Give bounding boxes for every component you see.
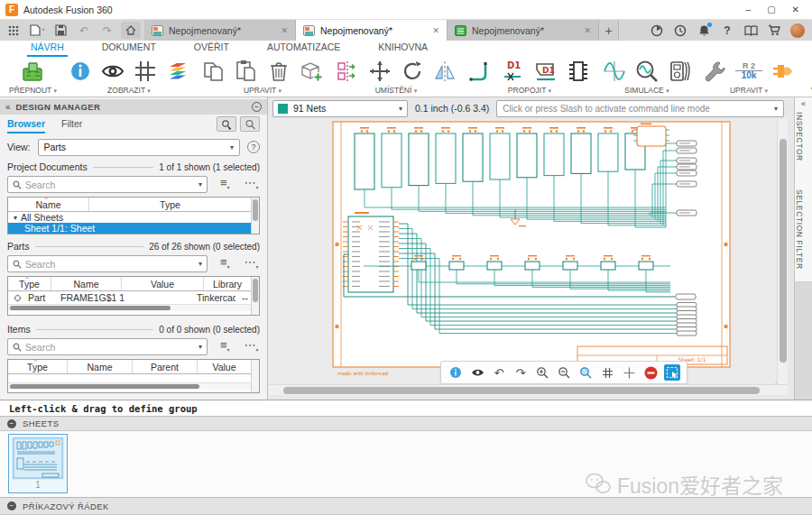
grid-settings-button[interactable] [599,364,615,381]
maximize-button[interactable]: ▢ [767,5,775,14]
change-value-icon[interactable]: R 2 10k [735,62,762,80]
align-icon[interactable] [335,59,360,84]
document-tab-1[interactable]: Nepojmenovaný* ✕ [144,20,296,41]
items-table[interactable]: ^Type Name Parent Value [7,359,260,393]
paste-icon[interactable] [234,59,259,84]
select-tool-button[interactable] [664,364,680,381]
ic-component-icon[interactable] [566,59,591,84]
visibility-button[interactable] [469,364,485,381]
more-options-button[interactable]: ⋯▾ [245,257,259,270]
home-button[interactable] [121,22,141,39]
delete-icon[interactable] [266,59,291,84]
help-button[interactable]: ? [720,23,734,38]
tab-filter[interactable]: Filter [61,118,82,133]
net-label-icon[interactable]: D1 [533,59,558,84]
select-in-canvas-button[interactable] [217,116,236,132]
search-box[interactable]: ▾ [7,255,208,272]
copy-icon[interactable] [201,59,226,84]
search-box[interactable]: ▾ [7,176,208,193]
ribbon-tab-automatizace[interactable]: AUTOMATIZACE [263,40,344,57]
table-vertical-scrollbar[interactable] [251,277,259,315]
command-line-input[interactable] [503,104,770,114]
table-row-sheet-selected[interactable]: Sheet 1/1: Sheet [8,223,251,234]
info-icon[interactable] [68,59,93,84]
ribbon-tab-overit[interactable]: OVĚŘIT [190,40,233,57]
nets-dropdown[interactable]: 91 Nets ▾ [272,100,408,117]
notifications-button[interactable] [697,23,711,38]
document-tab-2-active[interactable]: Nepojmenovaný* ✕ [296,20,448,41]
minimize-button[interactable]: – [746,5,752,14]
job-status-button[interactable] [650,23,664,38]
schematic-canvas[interactable]: Sheet: 1/1 made with tinkercad ↶ ↷ [269,119,777,384]
ribbon-tab-navrh[interactable]: NÁVRH [27,40,68,57]
collapse-panel-icon[interactable]: « [5,102,11,112]
layers-icon[interactable] [165,59,190,84]
mirror-icon[interactable] [432,59,457,84]
sine-wave-icon[interactable] [602,59,627,84]
wrench-icon[interactable] [703,59,728,84]
document-tab-3[interactable]: Nepojmenovaný* ✕ [448,20,599,41]
canvas-horizontal-scrollbar[interactable] [269,384,788,395]
crosshair-button[interactable] [621,364,637,381]
move-icon[interactable] [367,59,392,84]
ribbon-tab-knihovna[interactable]: KNIHOVNA [374,40,431,57]
tab-close-icon[interactable]: ✕ [584,26,591,35]
zoom-in-button[interactable] [534,364,550,381]
expand-panel-icon[interactable]: « [795,99,812,108]
search-input[interactable] [25,342,195,353]
net-name-icon[interactable]: D1 [501,59,526,84]
new-tab-button[interactable]: + [599,20,619,41]
table-row-all-sheets[interactable]: ▾All Sheets [8,212,251,223]
plug-icon[interactable] [770,59,795,84]
store-button[interactable] [767,23,781,38]
view-select[interactable]: Parts ▾ [38,139,241,156]
simulation-probe-icon[interactable] [634,59,660,84]
zoom-to-selection-button[interactable] [240,116,260,132]
user-avatar[interactable] [790,23,805,38]
switch-workspace-icon[interactable] [20,59,45,84]
canvas-vertical-scrollbar[interactable] [777,119,788,384]
project-documents-table[interactable]: ^Name Type ▾All Sheets Sheet 1/1: Sheet [7,197,260,235]
tab-close-icon[interactable]: ✕ [432,26,439,35]
add-component-icon[interactable] [299,59,324,84]
table-vertical-scrollbar[interactable] [251,360,259,392]
table-row-part[interactable]: Part FRAME1G$1 1 Tinkercad -- [8,291,251,304]
file-menu-button[interactable] [27,22,47,39]
redo-button[interactable]: ↷ [512,364,529,381]
command-line-panel-header[interactable]: − PŘÍKAZOVÝ ŘÁDEK [0,497,812,515]
app-grid-menu-button[interactable] [4,22,23,39]
tab-browser[interactable]: Browser [7,118,45,133]
command-line-box[interactable]: ▾ [496,100,784,117]
table-vertical-scrollbar[interactable] [251,198,259,234]
grid-icon[interactable] [133,59,158,84]
close-button[interactable]: ✕ [792,5,799,14]
parts-table[interactable]: ^Type Name Value Library Part FRAME1G$1 … [7,276,260,316]
multimeter-icon[interactable] [667,59,692,84]
stop-button[interactable] [642,364,659,381]
search-input[interactable] [25,179,195,190]
ribbon-tab-dokument[interactable]: DOKUMENT [98,40,160,57]
sheets-panel-header[interactable]: − SHEETS [0,416,812,431]
info-button[interactable] [448,364,464,381]
panel-toggle-icon[interactable]: − [7,501,16,510]
more-options-button[interactable]: ⋯▾ [245,340,259,353]
list-options-button[interactable]: ≡▾ [220,178,230,190]
tab-selection-filter[interactable]: SELECTION FILTER [795,189,812,270]
save-button[interactable] [51,22,70,39]
search-input[interactable] [25,259,195,270]
wire-icon[interactable] [468,59,494,84]
tab-close-icon[interactable]: ✕ [281,26,288,35]
list-options-button[interactable]: ≡▾ [220,257,230,270]
undo-button[interactable]: ↶ [74,22,94,39]
tab-inspector[interactable]: INSPECTOR [795,112,812,161]
search-box[interactable]: ▾ [7,338,208,355]
redo-button[interactable]: ↷ [97,22,117,39]
learning-button[interactable] [743,23,758,38]
table-horizontal-scrollbar[interactable] [8,304,251,311]
undo-button[interactable]: ↶ [491,364,507,381]
sheet-thumbnail[interactable]: 1 [8,434,68,493]
minimize-panel-icon[interactable]: − [252,102,262,112]
help-icon[interactable]: ? [247,141,260,153]
list-options-button[interactable]: ≡▾ [220,340,230,353]
zoom-fit-button[interactable] [577,364,594,381]
